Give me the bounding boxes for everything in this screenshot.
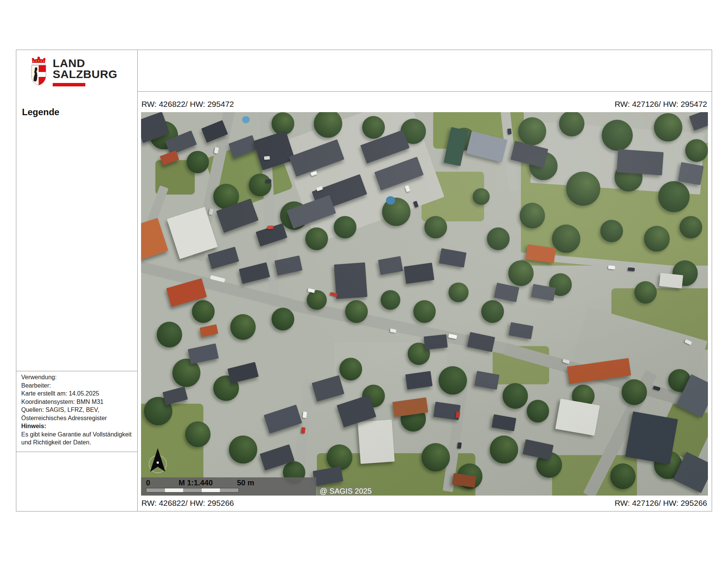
logo-line2: SALZBURG <box>53 69 118 80</box>
scale-ratio-label: M 1:1.440 <box>179 479 213 487</box>
map-feature-car <box>308 288 315 293</box>
print-frame: LAND SALZBURG Legende Verwendung: Bearbe… <box>16 50 712 511</box>
map-panel-topline <box>138 91 712 92</box>
map-feature-bldg <box>491 414 516 431</box>
logo-text: LAND SALZBURG <box>53 56 118 86</box>
map-feature-bldg <box>358 420 395 464</box>
scale-bar-segment <box>220 488 238 492</box>
coord-top-left: RW: 426822/ HW: 295472 <box>141 100 234 109</box>
map-feature-tree <box>345 300 368 323</box>
map-feature-tree <box>518 117 546 145</box>
map-feature-bldg <box>689 112 708 131</box>
map-feature-car <box>507 128 512 134</box>
map-feature-pool <box>386 196 395 205</box>
map-feature-tree <box>519 203 545 228</box>
map-feature-bldg <box>141 218 168 260</box>
map-feature-tree <box>413 300 436 323</box>
map-feature-bldg <box>439 248 467 268</box>
info-line: Bearbeiter: <box>21 382 135 390</box>
map-feature-tree <box>449 282 468 302</box>
map-feature-bldg <box>334 263 367 299</box>
map-feature-tree <box>644 226 670 252</box>
coord-bottom-right: RW: 427126/ HW: 295266 <box>615 499 707 508</box>
north-arrow-icon <box>149 447 167 474</box>
map-feature-tree <box>439 366 467 395</box>
map-feature-bldg <box>467 332 495 352</box>
map-feature-tree <box>307 290 326 310</box>
map-feature-bldg <box>494 283 519 302</box>
map-feature-tree <box>230 314 256 340</box>
sidebar-divider <box>16 452 137 452</box>
logo-line1: LAND <box>53 58 118 69</box>
map-feature-bldg <box>625 411 678 464</box>
map-feature-tree <box>566 172 600 206</box>
legend-title: Legende <box>22 107 60 117</box>
scale-distance-label: 50 m <box>237 479 254 487</box>
map-attribution: @ SAGIS 2025 <box>316 487 372 496</box>
map-feature-tree <box>157 322 182 347</box>
info-line: Österreichisches Adressregister <box>21 414 135 422</box>
map-feature-bldg <box>403 263 434 283</box>
map-feature-bldg <box>200 324 218 337</box>
map-feature-bldg <box>522 439 554 460</box>
map-feature-bldg <box>378 256 403 275</box>
logo-underline <box>53 83 85 86</box>
map-panel: RW: 426822/ HW: 295472 RW: 427126/ HW: 2… <box>138 50 712 511</box>
map-feature-tree <box>559 112 585 136</box>
map-feature-tree <box>654 113 682 142</box>
map-feature-bldg <box>239 262 270 284</box>
map-feature-pool <box>242 116 250 124</box>
map-feature-tree <box>552 225 581 253</box>
map-feature-bldg <box>555 399 600 436</box>
map-feature-bldg <box>424 334 448 350</box>
map-feature-tree <box>610 463 635 489</box>
map-feature-tree <box>334 216 356 239</box>
map-feature-tree <box>602 120 633 151</box>
map-feature-bldg <box>188 343 219 364</box>
coordinates-top-row: RW: 426822/ HW: 295472 RW: 427126/ HW: 2… <box>141 100 707 109</box>
map-info-block: Verwendung: Bearbeiter: Karte erstellt a… <box>21 373 135 447</box>
scale-zero-label: 0 <box>146 479 150 487</box>
coord-top-right: RW: 427126/ HW: 295472 <box>615 100 707 109</box>
scale-bar-segment <box>165 488 184 492</box>
scale-bar-segment <box>202 488 220 492</box>
page: { "header": { "logo_line1": "LAND", "log… <box>0 0 728 563</box>
map-feature-tree <box>527 400 549 423</box>
map-feature-tree <box>502 383 528 409</box>
info-line: Quellen: SAGIS, LFRZ, BEV, <box>21 406 135 414</box>
map-feature-tree <box>424 216 447 239</box>
map-feature-car <box>628 267 635 272</box>
map-feature-bldg <box>678 162 704 185</box>
coord-bottom-left: RW: 426822/ HW: 295266 <box>141 499 234 508</box>
map-feature-tree <box>271 308 294 331</box>
scale-bar-segment <box>146 488 165 492</box>
map-feature-tree <box>362 116 385 139</box>
map-feature-bldg <box>264 405 302 433</box>
scale-bar <box>146 488 239 493</box>
map-feature-bldg <box>162 386 188 405</box>
map-feature-tree <box>508 260 533 286</box>
map-feature-car <box>266 179 272 183</box>
scale-bar-segment <box>183 488 202 492</box>
aerial-map-image: 0 M 1:1.440 50 m @ SAGIS 2025 <box>141 112 708 496</box>
salzburg-coat-of-arms-icon <box>30 56 47 86</box>
map-feature-tree <box>621 379 647 405</box>
map-feature-tree <box>473 188 490 205</box>
map-feature-tree <box>185 421 210 447</box>
map-feature-tree <box>600 220 623 242</box>
map-feature-tree <box>685 139 708 162</box>
map-feature-bldg <box>228 362 259 383</box>
map-feature-bldg <box>474 371 499 390</box>
map-feature-car <box>457 443 462 449</box>
map-feature-tree <box>679 216 702 239</box>
map-feature-tree <box>634 281 657 304</box>
map-feature-tree <box>306 227 328 250</box>
coordinates-bottom-row: RW: 426822/ HW: 295266 RW: 427126/ HW: 2… <box>141 499 707 508</box>
sidebar: LAND SALZBURG Legende Verwendung: Bearbe… <box>16 50 138 511</box>
map-feature-tree <box>229 435 257 464</box>
map-feature-tree <box>490 435 518 464</box>
scale-bar-panel: 0 M 1:1.440 50 m <box>141 477 316 496</box>
sidebar-divider <box>16 371 137 371</box>
map-feature-bldg <box>508 322 533 339</box>
info-line: Karte erstellt am: 14.05.2025 <box>21 389 135 398</box>
